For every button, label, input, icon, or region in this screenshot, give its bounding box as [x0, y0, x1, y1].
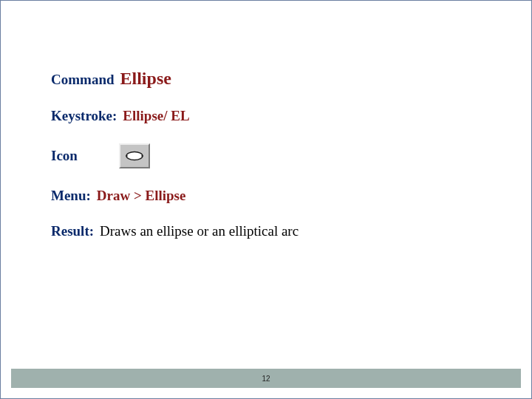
keystroke-value: Ellipse/ EL [123, 108, 189, 124]
icon-row: Icon [51, 143, 487, 168]
result-value: Draws an ellipse or an elliptical arc [100, 223, 299, 239]
slide-content: Command Ellipse Keystroke: Ellipse/ EL I… [51, 69, 487, 259]
svg-point-0 [126, 152, 143, 160]
slide: Command Ellipse Keystroke: Ellipse/ EL I… [0, 0, 532, 399]
keystroke-label: Keystroke: [51, 108, 117, 124]
result-row: Result: Draws an ellipse or an elliptica… [51, 223, 487, 239]
menu-value: Draw > Ellipse [97, 188, 186, 204]
icon-label: Icon [51, 148, 119, 164]
ellipse-tool-icon [119, 143, 150, 168]
menu-label: Menu: [51, 188, 91, 204]
menu-row: Menu: Draw > Ellipse [51, 188, 487, 204]
result-label: Result: [51, 223, 94, 239]
keystroke-row: Keystroke: Ellipse/ EL [51, 108, 487, 124]
footer-bar: 12 [11, 369, 521, 388]
page-number: 12 [262, 375, 270, 383]
command-row: Command Ellipse [51, 69, 487, 89]
command-label: Command [51, 72, 115, 88]
command-value: Ellipse [120, 69, 171, 89]
